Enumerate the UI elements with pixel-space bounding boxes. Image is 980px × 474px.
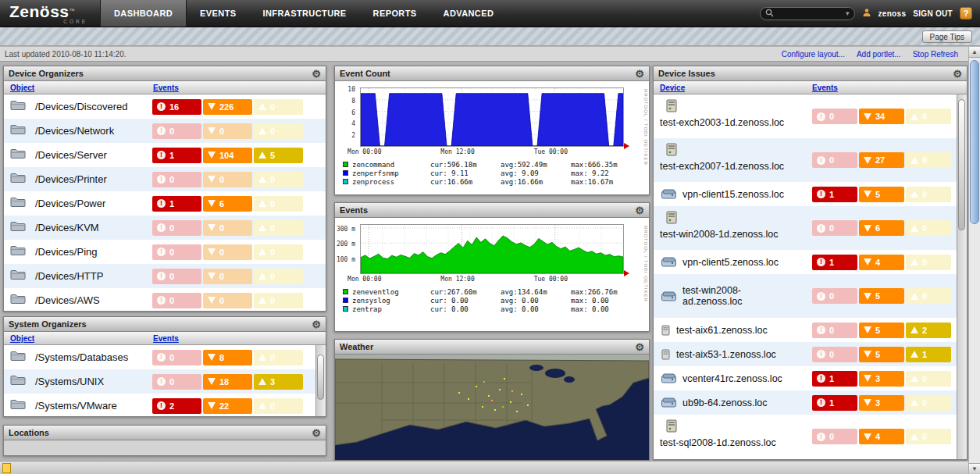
severity-badge-warn[interactable]: 2 <box>906 323 951 338</box>
device-row[interactable]: vpn-client5.zenoss.loc!140 <box>654 250 967 274</box>
severity-badge-err[interactable]: 5 <box>859 323 904 338</box>
severity-badge-err[interactable]: 22 <box>203 398 252 414</box>
severity-badge-err[interactable]: 5 <box>859 347 904 362</box>
severity-badge-err[interactable]: 3 <box>859 395 904 411</box>
severity-badge-err[interactable]: 4 <box>859 255 904 270</box>
severity-badge-err[interactable]: 0 <box>203 172 252 187</box>
column-events[interactable]: Events <box>153 334 179 343</box>
severity-badge-err[interactable]: 34 <box>859 109 904 124</box>
device-name[interactable]: ub9b-64.zenoss.loc <box>682 397 767 408</box>
severity-badge-warn[interactable]: 0 <box>254 99 303 115</box>
severity-badge-err[interactable]: 0 <box>203 220 252 236</box>
severity-badge-warn[interactable]: 3 <box>254 374 303 390</box>
severity-badge-crit[interactable]: !0 <box>152 220 201 236</box>
stop-refresh-link[interactable]: Stop Refresh <box>913 50 958 59</box>
severity-badge-warn[interactable]: 0 <box>254 350 303 365</box>
severity-badge-warn[interactable]: 0 <box>906 395 951 411</box>
device-row[interactable]: test-exch2007-1d.zenoss.loc!0270 <box>654 138 967 182</box>
severity-badge-crit[interactable]: !0 <box>812 152 857 168</box>
severity-badge-crit[interactable]: !0 <box>812 323 857 338</box>
nav-tab-events[interactable]: EVENTS <box>187 0 249 27</box>
scrollbar-thumb[interactable] <box>970 60 979 224</box>
table-row[interactable]: /Systems/UNIX!0183 <box>4 369 326 394</box>
severity-badge-err[interactable]: 5 <box>859 288 904 304</box>
severity-badge-crit[interactable]: !1 <box>812 187 857 202</box>
organizer-name[interactable]: /Devices/Network <box>35 125 114 137</box>
table-row[interactable]: /Devices/Power!160 <box>4 191 326 216</box>
severity-badge-warn[interactable]: 1 <box>906 347 951 362</box>
search-input[interactable] <box>777 9 843 18</box>
severity-badge-warn[interactable]: 0 <box>906 429 951 444</box>
column-object[interactable]: Object <box>4 84 34 92</box>
severity-badge-warn[interactable]: 0 <box>906 255 951 270</box>
severity-badge-err[interactable]: 8 <box>203 350 252 365</box>
device-name[interactable]: test-win2008-ad.zenoss.loc <box>682 285 778 307</box>
severity-badge-warn[interactable]: 0 <box>906 152 951 168</box>
device-row[interactable]: test-aix53-1.zenoss.loc!051 <box>654 342 967 366</box>
severity-badge-crit[interactable]: !0 <box>152 172 201 187</box>
organizer-name[interactable]: /Devices/AWS <box>35 294 100 306</box>
severity-badge-crit[interactable]: !0 <box>152 350 201 365</box>
severity-badge-warn[interactable]: 0 <box>254 123 303 139</box>
severity-badge-err[interactable]: 27 <box>859 152 904 168</box>
severity-badge-err[interactable]: 5 <box>859 187 904 202</box>
gear-icon[interactable]: ⚙ <box>312 428 321 438</box>
severity-badge-err[interactable]: 4 <box>859 429 904 444</box>
table-row[interactable]: /Devices/AWS!000 <box>4 288 326 312</box>
severity-badge-crit[interactable]: !0 <box>152 293 201 308</box>
signout-link[interactable]: SIGN OUT <box>913 9 953 18</box>
severity-badge-crit[interactable]: !0 <box>812 429 857 444</box>
severity-badge-crit[interactable]: !1 <box>812 371 857 387</box>
organizer-name[interactable]: /Devices/Ping <box>35 246 97 258</box>
device-row[interactable]: vpn-client15.zenoss.loc!150 <box>654 182 967 206</box>
nav-tab-advanced[interactable]: ADVANCED <box>430 0 508 27</box>
table-row[interactable]: /Devices/Network!000 <box>4 119 326 143</box>
severity-badge-err[interactable]: 6 <box>859 220 904 236</box>
severity-badge-warn[interactable]: 0 <box>254 220 303 236</box>
severity-badge-warn[interactable]: 0 <box>254 196 303 212</box>
column-device[interactable]: Device <box>654 84 685 92</box>
severity-badge-warn[interactable]: 0 <box>906 288 951 304</box>
table-row[interactable]: /Systems/VMware!2220 <box>4 394 326 417</box>
column-events[interactable]: Events <box>812 84 838 92</box>
severity-badge-warn[interactable]: 0 <box>254 398 303 414</box>
gear-icon[interactable]: ⚙ <box>312 319 321 330</box>
severity-badge-err[interactable]: 0 <box>203 269 252 284</box>
severity-badge-crit[interactable]: !2 <box>152 398 201 414</box>
nav-tab-dashboard[interactable]: DASHBOARD <box>100 0 187 27</box>
organizer-name[interactable]: /Devices/Power <box>35 198 105 209</box>
portlet-scrollbar[interactable] <box>957 94 967 459</box>
severity-badge-warn[interactable]: 0 <box>254 269 303 284</box>
organizer-name[interactable]: /Systems/UNIX <box>35 376 104 387</box>
severity-badge-err[interactable]: 0 <box>203 244 252 260</box>
severity-badge-warn[interactable]: 0 <box>254 244 303 260</box>
severity-badge-err[interactable]: 6 <box>203 196 252 212</box>
username[interactable]: zenoss <box>878 9 907 18</box>
scroll-up-button[interactable]: ▲ <box>969 47 980 58</box>
device-name[interactable]: vcenter41rc.zenoss.loc <box>682 373 782 384</box>
severity-badge-crit[interactable]: !1 <box>812 395 857 411</box>
severity-badge-warn[interactable]: 0 <box>906 371 951 387</box>
table-row[interactable]: /Devices/KVM!000 <box>4 216 326 240</box>
page-scrollbar[interactable]: ▲ ▼ <box>968 47 980 474</box>
severity-badge-crit[interactable]: !1 <box>812 255 857 270</box>
table-row[interactable]: /Devices/Server!11045 <box>4 143 326 167</box>
device-name[interactable]: test-aix61.zenoss.loc <box>676 325 768 336</box>
portlet-scrollbar[interactable] <box>315 345 326 416</box>
table-row[interactable]: /Devices/Ping!000 <box>4 240 326 264</box>
severity-badge-warn[interactable]: 0 <box>254 293 303 308</box>
add-portlet-link[interactable]: Add portlet... <box>857 50 901 59</box>
severity-badge-crit[interactable]: !0 <box>152 244 201 260</box>
organizer-name[interactable]: /Systems/VMware <box>35 400 117 412</box>
help-icon[interactable]: ? <box>960 7 972 20</box>
device-name[interactable]: test-aix53-1.zenoss.loc <box>676 349 776 360</box>
device-row[interactable]: test-win2008-1d.zenoss.loc!060 <box>654 206 967 250</box>
severity-badge-warn[interactable]: 0 <box>906 187 951 202</box>
organizer-name[interactable]: /Systems/Databases <box>35 351 128 363</box>
organizer-name[interactable]: /Devices/KVM <box>35 222 99 233</box>
gear-icon[interactable]: ⚙ <box>635 342 644 352</box>
gear-icon[interactable]: ⚙ <box>312 69 321 79</box>
device-row[interactable]: test-sql2008-1d.zenoss.loc!040 <box>654 415 967 458</box>
severity-badge-crit[interactable]: !0 <box>152 269 201 284</box>
severity-badge-crit[interactable]: !1 <box>152 196 201 212</box>
